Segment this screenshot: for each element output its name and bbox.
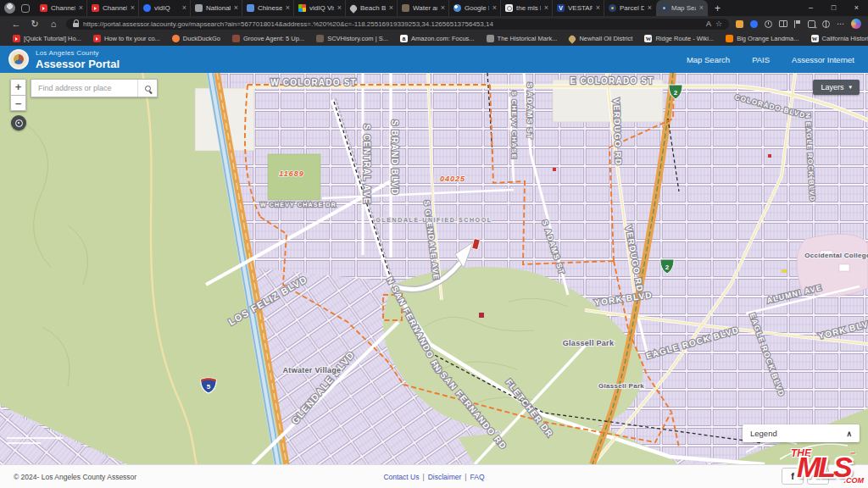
tab-close-icon[interactable]: ×	[131, 4, 135, 12]
tab-close-icon[interactable]: ×	[234, 4, 238, 12]
tab-close-icon[interactable]: ×	[648, 4, 652, 12]
map-label: 11689	[279, 169, 303, 178]
search-button[interactable]	[137, 80, 157, 97]
bookmark-item[interactable]: SCVHistory.com | S...	[312, 35, 392, 42]
tab-close-icon[interactable]: ×	[337, 4, 342, 12]
legend-panel[interactable]: Legend ∧	[743, 424, 860, 442]
yt-favicon	[92, 4, 99, 12]
map-label: Atwater Village	[283, 366, 342, 374]
home-icon[interactable]: ⌂	[44, 19, 63, 29]
map-label: W CHEVY CHASE DR	[260, 202, 337, 208]
browser-tab[interactable]: Parcel Det×	[604, 0, 656, 16]
zoom-in-button[interactable]: +	[10, 79, 26, 95]
browser-tab[interactable]: Water and×	[398, 0, 449, 16]
nav-link-assessor-internet[interactable]: Assessor Internet	[792, 55, 854, 64]
browser-tab[interactable]: Channel an×	[36, 0, 87, 16]
browser-tab[interactable]: National R×	[191, 0, 242, 16]
workspace-icon[interactable]	[21, 4, 30, 13]
tab-close-icon[interactable]: ×	[492, 4, 497, 12]
url-field[interactable]: https://portal.assessor.lacounty.gov/map…	[66, 19, 729, 30]
browser-essentials-icon[interactable]	[822, 20, 830, 28]
groove-favicon	[232, 35, 240, 42]
separator: |	[465, 473, 466, 481]
tab-close-icon[interactable]: ×	[441, 4, 445, 12]
tab-close-icon[interactable]: ×	[79, 4, 83, 12]
refresh-icon[interactable]: ↻	[25, 19, 44, 29]
vesta-favicon	[557, 4, 565, 12]
split-screen-icon[interactable]	[779, 20, 787, 27]
bookmark-item[interactable]: How to fix your co...	[89, 35, 164, 42]
bookmark-label: Ridge Route - Wiki...	[655, 35, 714, 42]
bookmark-item[interactable]: Ridge Route - Wiki...	[640, 35, 718, 42]
bookmark-label: The Historical Mark...	[498, 35, 558, 42]
history-icon[interactable]	[765, 20, 772, 28]
map-canvas[interactable]: 225 W COLORADO STE COLORADO STS CENTRAL …	[0, 73, 868, 464]
browser-tab[interactable]: vidIQ×	[139, 0, 191, 16]
zoom-out-button[interactable]: –	[10, 95, 26, 111]
footer-link-faq[interactable]: FAQ	[470, 473, 485, 481]
tab-close-icon[interactable]: ×	[182, 4, 186, 12]
search-input[interactable]	[31, 80, 137, 97]
bookmark-item[interactable]: Newhall Oil District	[565, 35, 637, 42]
tab-title: Channel co	[103, 4, 127, 12]
browser-tab[interactable]: Google Ea×	[449, 0, 501, 16]
portal-nav: Map SearchPAISAssessor Internet	[687, 55, 854, 64]
url-text[interactable]: https://portal.assessor.lacounty.gov/map…	[83, 20, 702, 28]
read-aloud-icon[interactable]: A	[706, 19, 711, 28]
minimize-icon[interactable]: –	[799, 0, 822, 16]
extension-icon[interactable]	[736, 20, 743, 28]
bookmark-item[interactable]: The Historical Mark...	[482, 35, 562, 42]
tab-close-icon[interactable]: ×	[699, 4, 704, 12]
bookmark-item[interactable]: DuckDuckGo	[168, 35, 225, 42]
nav-link-map-search[interactable]: Map Search	[687, 55, 730, 64]
close-icon[interactable]: ×	[845, 0, 868, 16]
earth-favicon	[453, 4, 461, 12]
nav-link-pais[interactable]: PAIS	[752, 55, 770, 64]
browser-tab[interactable]: the mls lo×	[501, 0, 553, 16]
tab-close-icon[interactable]: ×	[596, 4, 600, 12]
favorites-icon[interactable]	[794, 20, 801, 28]
bookmark-label: Groove Agent: 5 Up...	[243, 35, 304, 42]
bookmark-item[interactable]: [Quick Tutorial] Ho...	[8, 35, 86, 42]
tab-close-icon[interactable]: ×	[544, 4, 548, 12]
tab-title: Parcel Det	[620, 4, 644, 12]
layers-button[interactable]: Layers ▾	[813, 80, 860, 95]
map-label: GLENDALE UNIFIED SCHOOL	[376, 217, 492, 223]
bookmark-label: SCVHistory.com | S...	[327, 35, 388, 42]
browser-tab-strip: Channel an×Channel co×vidIQ×National R×C…	[0, 0, 868, 16]
separator: |	[422, 473, 424, 481]
bookmark-item[interactable]: Big Orange Landma...	[721, 35, 803, 42]
building-favicon	[487, 35, 494, 42]
browser-tab[interactable]: vidIQ Visio×	[294, 0, 346, 16]
copilot-icon[interactable]	[851, 19, 861, 29]
back-icon[interactable]: ←	[7, 19, 25, 29]
bookmark-item[interactable]: Amazon.com: Focus...	[396, 35, 479, 42]
bookmark-item[interactable]: Groove Agent: 5 Up...	[228, 35, 309, 42]
browser-tab[interactable]: Map Searc×	[656, 0, 708, 16]
browser-window: Channel an×Channel co×vidIQ×National R×C…	[0, 0, 868, 488]
footer-link-disclaimer[interactable]: Disclaimer	[428, 473, 462, 481]
blogger-favicon	[726, 35, 733, 42]
extension-icon[interactable]	[750, 20, 758, 28]
new-tab-button[interactable]: +	[715, 3, 721, 14]
browser-tab[interactable]: VESTAPLU×	[553, 0, 604, 16]
browser-tab[interactable]: Channel co×	[87, 0, 139, 16]
chevron-up-icon: ∧	[846, 430, 852, 438]
map-search	[31, 79, 158, 97]
browser-tab[interactable]: Chinese Tr×	[242, 0, 294, 16]
collections-icon[interactable]	[808, 20, 815, 28]
map-label: E COLORADO ST	[570, 76, 654, 86]
profile-avatar[interactable]	[4, 3, 15, 14]
bookmark-item[interactable]: California Historical...	[807, 35, 868, 42]
footer-link-contact-us[interactable]: Contact Us	[383, 473, 419, 481]
more-menu-icon[interactable]: ⋯	[837, 19, 844, 28]
tab-close-icon[interactable]: ×	[389, 4, 393, 12]
locate-button[interactable]	[11, 115, 26, 130]
tab-title: Water and	[413, 4, 437, 12]
yt-favicon	[13, 35, 20, 42]
bookmark-label: Newhall Oil District	[579, 35, 632, 42]
favorite-star-icon[interactable]: ☆	[715, 19, 722, 28]
browser-tab[interactable]: Beach Boy×	[346, 0, 398, 16]
tab-close-icon[interactable]: ×	[286, 4, 290, 12]
maximize-icon[interactable]: □	[822, 0, 845, 16]
